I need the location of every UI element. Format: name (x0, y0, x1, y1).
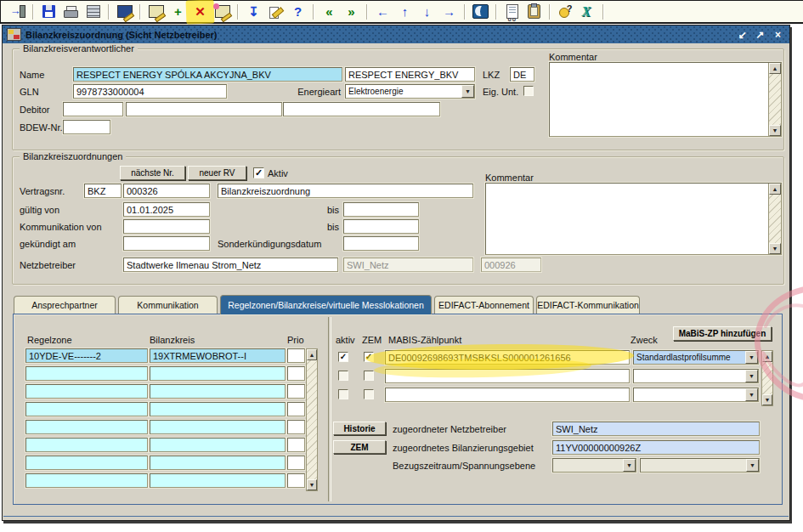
next-block-icon[interactable]: » (341, 3, 362, 21)
bdew-field[interactable] (63, 120, 110, 134)
debitor-field-2[interactable] (126, 102, 282, 116)
cancel-query-icon[interactable] (212, 3, 233, 21)
sonderkuendigung-field[interactable] (343, 236, 419, 251)
bkv-short-name-field[interactable] (345, 67, 475, 82)
gekuendigt-am-field[interactable] (123, 236, 210, 251)
gln-field[interactable] (73, 84, 227, 99)
bezugszeitraum-dropdown[interactable]: ▼ (552, 458, 636, 473)
bilanzkreis-cell[interactable] (150, 384, 286, 399)
eig-unt-checkbox[interactable] (523, 86, 534, 96)
bilanzkreis-cell[interactable] (150, 420, 286, 434)
scroll-up-icon[interactable]: ▲ (769, 184, 781, 195)
paste-icon[interactable] (523, 3, 545, 21)
scroll-down-icon[interactable]: ▼ (769, 243, 781, 254)
regelzone-cell[interactable] (25, 348, 148, 363)
enter-query-icon[interactable] (145, 3, 167, 21)
mabis-aktiv-checkbox[interactable] (338, 371, 348, 381)
mabis-aktiv-checkbox[interactable] (338, 352, 348, 362)
tab-kommunikation[interactable]: Kommunikation (118, 296, 218, 314)
app-window-icon[interactable] (470, 3, 491, 21)
bkv-name-field[interactable] (73, 67, 342, 82)
bkz-kommentar-box[interactable]: ▲ ▼ (485, 183, 782, 255)
excel-export-icon[interactable] (577, 3, 598, 21)
prio-cell[interactable] (287, 384, 305, 399)
regelzone-cell[interactable] (25, 473, 148, 488)
bilanzkreis-cell[interactable] (150, 402, 286, 416)
window-titlebar[interactable]: Bilanzkreiszuordnung (Sicht Netzbetreibe… (3, 25, 789, 43)
prio-cell[interactable] (287, 366, 305, 381)
mabis-zaehlpunkt-field[interactable] (385, 350, 630, 365)
mabis-zaehlpunkt-field[interactable] (385, 388, 630, 402)
scroll-down-icon[interactable]: ▼ (769, 125, 781, 136)
regelzone-cell[interactable] (25, 402, 148, 416)
mabis-zem-checkbox[interactable] (364, 389, 374, 399)
zugeordneter-netzbetreiber-field[interactable] (552, 422, 760, 436)
prio-cell[interactable] (287, 473, 305, 488)
scroll-up-icon[interactable]: ▲ (762, 351, 772, 362)
mabis-scrollbar[interactable]: ▲ ▼ (761, 350, 773, 406)
prio-cell[interactable] (287, 420, 305, 434)
bilanzierungsgebiet-field[interactable] (552, 440, 760, 455)
delete-record-icon[interactable]: ✕ (189, 3, 211, 21)
tab-regelzonen-bilanzkreise-virtuelle-messlo[interactable]: Regelzonen/Bilanzkreise/virtuelle Messlo… (220, 295, 432, 314)
mabis-zaehlpunkt-field[interactable] (385, 369, 630, 383)
regelzone-cell[interactable] (25, 456, 148, 470)
bilanzkreis-cell[interactable] (150, 348, 286, 363)
nav-left-icon[interactable]: ← (372, 3, 393, 21)
currency-help-icon[interactable] (555, 3, 576, 21)
scroll-down-icon[interactable]: ▼ (307, 479, 317, 490)
regelzone-cell[interactable] (25, 366, 148, 381)
gueltig-von-field[interactable] (123, 202, 210, 217)
netzbetreiber-nr-field[interactable] (481, 258, 541, 272)
bkz-kommentar-scrollbar[interactable]: ▲ ▼ (768, 184, 781, 254)
mabis-zem-checkbox[interactable] (364, 352, 374, 362)
new-rv-button[interactable]: neuer RV (188, 166, 246, 180)
prio-cell[interactable] (287, 438, 305, 452)
aktiv-checkbox[interactable] (253, 167, 264, 178)
exit-icon[interactable] (7, 3, 28, 21)
vertrag-nr-field[interactable] (123, 184, 210, 198)
nav-right-icon[interactable]: → (438, 3, 460, 21)
previous-block-icon[interactable]: « (319, 3, 340, 21)
dropdown-arrow-icon[interactable]: ▼ (745, 388, 758, 401)
bilanzkreis-cell[interactable] (150, 366, 286, 381)
zem-button[interactable]: ZEM (333, 440, 386, 454)
regelzone-cell[interactable] (25, 384, 148, 399)
prio-cell[interactable] (287, 402, 305, 416)
regelzone-cell[interactable] (25, 438, 148, 452)
maximize-icon[interactable]: ↗ (753, 28, 767, 41)
zweck-dropdown[interactable]: Standardlastprofilsumme▼ (633, 350, 759, 365)
zweck-dropdown[interactable]: ▼ (633, 369, 759, 383)
kommunikation-von-field[interactable] (123, 219, 210, 234)
regelzone-cell[interactable] (25, 420, 148, 434)
save-icon[interactable] (38, 3, 59, 21)
scroll-up-icon[interactable]: ▲ (769, 63, 781, 74)
gueltig-bis-field[interactable] (343, 202, 419, 217)
list-of-values-icon[interactable] (501, 3, 523, 21)
dropdown-arrow-icon[interactable]: ▼ (745, 351, 758, 364)
nav-down-icon[interactable]: ↓ (416, 3, 438, 21)
import-icon[interactable]: ↧ (243, 3, 264, 21)
close-icon[interactable]: × (771, 28, 785, 41)
debitor-field-3[interactable] (283, 102, 440, 116)
netzbetreiber-short-field[interactable] (343, 258, 473, 272)
mabis-zp-hinzufuegen-button[interactable]: MaBiS-ZP hinzufügen (673, 326, 772, 341)
vertrag-name-field[interactable] (218, 184, 473, 198)
bilanzkreis-cell[interactable] (150, 438, 286, 452)
scroll-up-icon[interactable]: ▲ (307, 349, 317, 360)
regelzonen-scrollbar[interactable]: ▲ ▼ (306, 348, 318, 491)
lkz-field[interactable] (510, 67, 534, 82)
mabis-zem-checkbox[interactable] (364, 371, 374, 381)
nav-up-icon[interactable]: ↑ (394, 3, 416, 21)
minimize-icon[interactable]: ↙ (735, 28, 749, 41)
tab-edifact-abonnement[interactable]: EDIFACT-Abonnement (434, 296, 534, 314)
bkv-kommentar-scrollbar[interactable]: ▲ ▼ (768, 63, 781, 136)
bilanzkreis-cell[interactable] (150, 473, 286, 488)
help-icon[interactable]: ? (287, 3, 308, 21)
tab-ansprechpartner[interactable]: Ansprechpartner (14, 296, 116, 314)
prio-cell[interactable] (287, 348, 305, 363)
vertrag-type-field[interactable] (84, 184, 122, 198)
dropdown-arrow-icon[interactable]: ▼ (746, 459, 759, 472)
edit-icon[interactable] (265, 3, 286, 21)
mabis-aktiv-checkbox[interactable] (338, 389, 348, 399)
